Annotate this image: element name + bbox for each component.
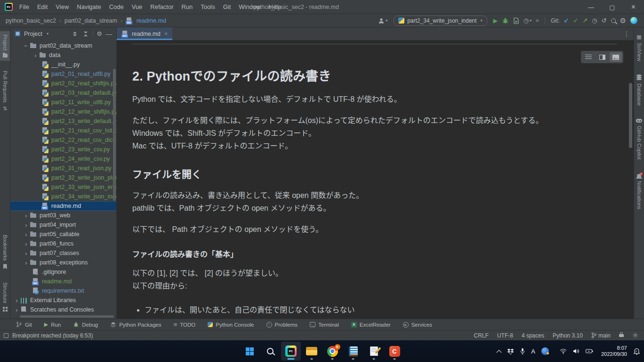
menu-item-tools[interactable]: Tools <box>201 3 215 10</box>
menu-item-file[interactable]: File <box>19 3 29 10</box>
lock-icon[interactable] <box>619 332 624 339</box>
notification-bell-icon[interactable]: z <box>633 348 640 355</box>
tree-item-part04-import[interactable]: ›part04_import <box>10 220 116 230</box>
tree-item-part2-24-write-csv-py[interactable]: part2_24_write_csv.py <box>10 154 116 164</box>
taskbar-search-button[interactable] <box>260 342 280 361</box>
breadcrumb-item-part02-data-stream[interactable]: part02_data_stream <box>64 17 117 24</box>
taskbar-pycharm-button[interactable]: PC <box>281 342 301 361</box>
tree-item-part08-exceptions[interactable]: ›part08_exceptions <box>10 258 116 267</box>
tree-item-external-libraries[interactable]: ›External Libraries <box>10 296 116 305</box>
preview-only-button[interactable] <box>610 52 622 62</box>
status-message[interactable]: Breakpoint reached (today 6:53) <box>12 332 93 339</box>
volume-icon[interactable] <box>573 348 580 354</box>
tree-item-part06-funcs[interactable]: ›part06_funcs <box>10 239 116 248</box>
stripe-item-structure[interactable]: Structure <box>0 279 10 315</box>
git-branch-indicator[interactable]: main <box>591 332 611 339</box>
tree-item-part03-web[interactable]: ›part03_web <box>10 211 116 220</box>
tree-item-scratches-and-consoles[interactable]: ›Scratches and Consoles <box>10 305 116 312</box>
encoding-indicator[interactable]: UTF-8 <box>497 332 513 339</box>
microphone-icon[interactable] <box>520 348 525 354</box>
menu-item-vue[interactable]: Vue <box>132 3 143 10</box>
toolwindow-git[interactable]: Git <box>16 321 32 328</box>
debug-button[interactable] <box>502 17 509 24</box>
tree-item-part2-23-write-csv-py[interactable]: part2_23_write_csv.py <box>10 145 116 154</box>
tree-item-part2-32-write-json-plain-py[interactable]: part2_32_write_json_plain.py <box>10 173 116 182</box>
wifi-icon[interactable] <box>560 348 567 354</box>
tree-item-part2-31-read-json-py[interactable]: part2_31_read_json.py <box>10 164 116 173</box>
tree-item-part2-21-read-csv-lsit-py[interactable]: part2_21_read_csv_lsit.py <box>10 126 116 135</box>
rollback-button[interactable]: ↺ <box>602 17 607 24</box>
collapse-all-icon[interactable] <box>82 32 89 36</box>
toolwindow-run[interactable]: ▶Run <box>44 322 61 328</box>
menu-item-refactor[interactable]: Refactor <box>150 3 173 10</box>
stripe-item-bookmarks[interactable]: Bookmarks <box>0 231 10 272</box>
user-icon[interactable]: ▾ <box>378 17 387 24</box>
indent-indicator[interactable]: 4 spaces <box>522 332 544 339</box>
line-separator-indicator[interactable]: CRLF <box>474 332 489 339</box>
project-horizontal-scrollbar[interactable] <box>20 315 114 318</box>
tree-item-part05-callable[interactable]: ›part05_callable <box>10 230 116 239</box>
tree-item-part2-13-write-default-py[interactable]: part2_13_write_default.py <box>10 116 116 126</box>
update-project-button[interactable]: ↙ <box>564 17 569 24</box>
tree-item-part2-03-read-default-py[interactable]: part2_03_read_default.py <box>10 88 116 98</box>
tree-item-part2-12-write-shiftjis-py[interactable]: part2_12_write_shiftjis.py <box>10 107 116 116</box>
menu-item-navigate[interactable]: Navigate <box>77 3 101 10</box>
editor-only-button[interactable] <box>582 52 595 62</box>
menu-item-code[interactable]: Code <box>109 3 124 10</box>
menu-item-edit[interactable]: Edit <box>37 3 48 10</box>
tree-item-part2-22-read-csv-dict-py[interactable]: part2_22_read_csv_dict.py <box>10 135 116 145</box>
chevron-icon[interactable]: › <box>23 231 30 238</box>
run-with-coverage-button[interactable] <box>513 17 519 24</box>
tray-chevron-icon[interactable] <box>497 349 501 353</box>
toolwindow-python-packages[interactable]: Python Packages <box>110 321 161 328</box>
search-everywhere-button[interactable] <box>611 18 616 23</box>
project-panel-title[interactable]: Project <box>24 31 42 37</box>
editor-scrollbar[interactable] <box>629 83 632 148</box>
tree-item-requirements-txt[interactable]: requirements.txt <box>10 286 116 296</box>
tray-ball-icon[interactable] <box>541 347 549 355</box>
chevron-icon[interactable]: › <box>23 222 30 228</box>
commit-button[interactable]: ✓ <box>573 17 578 24</box>
toolwindow-excelreader[interactable]: XExcelReader <box>351 322 391 328</box>
hide-panel-icon[interactable]: — <box>105 31 112 37</box>
chevron-icon[interactable]: › <box>13 307 20 312</box>
notifications-ball-icon[interactable]: ⚙ <box>632 332 638 338</box>
more-options-icon[interactable]: ⋮ <box>623 30 630 38</box>
code-with-me-button[interactable] <box>630 17 637 24</box>
stop-button[interactable]: ■ <box>536 18 539 23</box>
tree-item-gitignore[interactable]: .gitignore <box>10 267 116 277</box>
chevron-icon[interactable]: › <box>23 213 30 219</box>
clock[interactable]: 8:07 2022/09/30 <box>601 345 627 357</box>
toolwindow-services[interactable]: ▶Services <box>403 322 432 328</box>
taskbar-explorer-button[interactable] <box>302 342 322 361</box>
run-config-select[interactable]: part2_34_write_json_indent ▾ <box>394 16 487 26</box>
interpreter-indicator[interactable]: Python 3.10 <box>553 332 583 339</box>
tree-item-part2-02-read-shiftjis-py[interactable]: part2_02_read_shiftjis.py <box>10 79 116 88</box>
taskbar-chrome-button[interactable]: k <box>322 342 342 361</box>
stripe-item-pull-requests[interactable]: Pull Requests⇅ <box>0 67 10 115</box>
stripe-item-project[interactable]: Project <box>0 31 10 61</box>
close-icon[interactable]: × <box>164 30 168 37</box>
expand-all-icon[interactable] <box>71 32 79 36</box>
run-button[interactable]: ▶ <box>493 18 498 24</box>
tree-item-init-py[interactable]: __init__.py <box>10 60 116 69</box>
menu-item-run[interactable]: Run <box>182 3 193 10</box>
taskbar-notebook-button[interactable] <box>343 342 363 361</box>
maximize-button[interactable]: ▢ <box>602 0 623 14</box>
panel-settings-icon[interactable]: ⚙ <box>97 31 102 37</box>
chevron-icon[interactable]: › <box>23 250 30 256</box>
toolwindow-python-console[interactable]: Python Console <box>208 322 254 328</box>
tree-item-part07-classes[interactable]: ›part07_classes <box>10 248 116 258</box>
tree-item-part2-01-read-utf8-py[interactable]: part2_01_read_utf8.py <box>10 69 116 79</box>
stripe-item-notifications[interactable]: Notifications <box>634 170 644 213</box>
breadcrumb-item-python-basic-sec2[interactable]: python_basic_sec2 <box>6 17 56 24</box>
push-button[interactable]: ↗ <box>582 17 588 24</box>
toolwindow-debug[interactable]: Debug <box>73 321 98 328</box>
close-button[interactable]: × <box>623 0 644 14</box>
project-vertical-scrollbar[interactable] <box>113 69 116 201</box>
chevron-icon[interactable]: › <box>23 260 30 266</box>
history-button[interactable]: ◷ <box>592 17 597 24</box>
tree-item-part2-34-write-json-indent-py[interactable]: part2_34_write_json_indent.py <box>10 192 116 201</box>
stripe-item-sciview[interactable]: ▦SciView <box>634 31 644 65</box>
split-view-button[interactable] <box>596 52 608 62</box>
